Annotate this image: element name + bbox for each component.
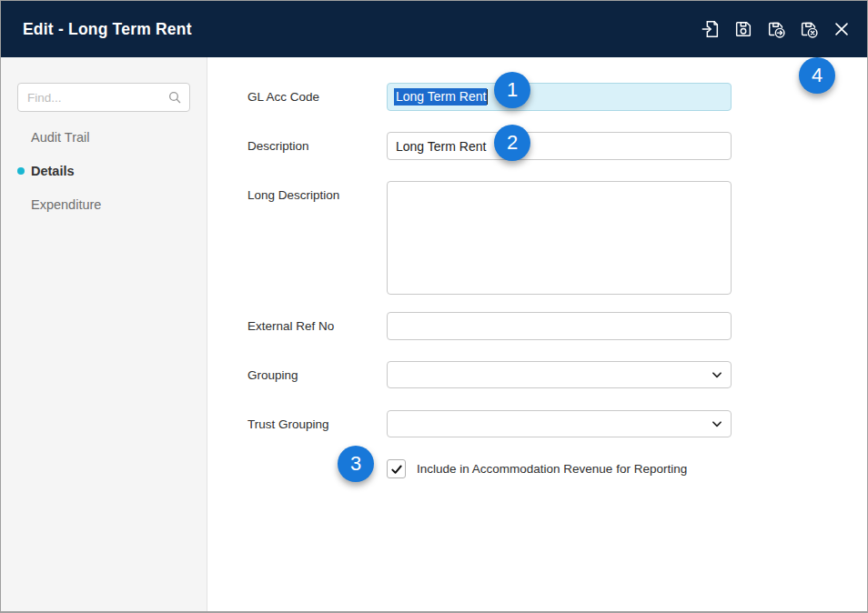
search-input[interactable]	[17, 83, 190, 112]
save-and-exit-icon[interactable]	[701, 19, 721, 39]
chevron-down-icon	[711, 417, 723, 430]
sidebar-item-expenditure[interactable]: Expenditure	[1, 187, 207, 221]
sidebar-item-label: Audit Trail	[31, 130, 89, 145]
header-toolbar	[701, 19, 852, 39]
active-bullet-icon	[17, 167, 25, 175]
text-caret	[487, 89, 488, 105]
save-icon[interactable]	[733, 19, 753, 39]
sidebar: Audit Trail Details Expenditure	[1, 57, 207, 611]
close-icon[interactable]	[832, 19, 852, 39]
sidebar-search	[17, 83, 190, 112]
grouping-select[interactable]	[387, 361, 732, 388]
dialog-header: Edit - Long Term Rent	[1, 1, 867, 57]
dialog-title: Edit - Long Term Rent	[23, 20, 192, 39]
gl-acc-code-field[interactable]: Long Term Rent	[387, 83, 732, 111]
external-ref-no-label: External Ref No	[247, 312, 387, 340]
trust-grouping-label: Trust Grouping	[247, 410, 387, 437]
save-and-close-icon[interactable]	[799, 19, 819, 39]
sidebar-item-audit-trail[interactable]: Audit Trail	[1, 120, 207, 154]
edit-dialog: Edit - Long Term Rent	[0, 0, 868, 613]
search-icon	[167, 90, 182, 105]
sidebar-nav: Audit Trail Details Expenditure	[1, 120, 207, 221]
callout-badge-1: 1	[494, 72, 530, 108]
grouping-label: Grouping	[247, 361, 387, 388]
sidebar-item-label: Expenditure	[31, 197, 101, 212]
external-ref-no-row: External Ref No	[208, 312, 867, 340]
include-reporting-label: Include in Accommodation Revenue for Rep…	[417, 462, 687, 476]
callout-badge-4: 4	[799, 57, 835, 94]
sidebar-item-label: Details	[31, 164, 75, 178]
description-field[interactable]	[387, 132, 732, 160]
chevron-down-icon	[711, 368, 723, 381]
description-row: Description	[208, 132, 867, 160]
external-ref-no-field[interactable]	[387, 312, 732, 340]
trust-grouping-row: Trust Grouping	[208, 410, 867, 437]
long-description-label: Long Description	[247, 181, 387, 298]
long-description-row: Long Description	[208, 181, 867, 298]
gl-acc-code-row: GL Acc Code Long Term Rent	[208, 83, 867, 111]
callout-badge-3: 3	[338, 446, 374, 482]
save-and-new-icon[interactable]	[766, 19, 786, 39]
grouping-row: Grouping	[208, 361, 867, 388]
gl-acc-code-selected-text: Long Term Rent	[394, 88, 487, 106]
details-form: GL Acc Code Long Term Rent Description L…	[208, 57, 867, 611]
include-reporting-row: Include in Accommodation Revenue for Rep…	[208, 459, 867, 478]
gl-acc-code-label: GL Acc Code	[247, 83, 387, 111]
checkmark-icon	[390, 463, 403, 476]
sidebar-item-details[interactable]: Details	[1, 154, 207, 187]
description-label: Description	[247, 132, 387, 160]
trust-grouping-select[interactable]	[387, 410, 732, 437]
callout-badge-2: 2	[494, 125, 530, 161]
include-reporting-checkbox[interactable]	[387, 459, 406, 478]
long-description-field[interactable]	[387, 181, 732, 295]
